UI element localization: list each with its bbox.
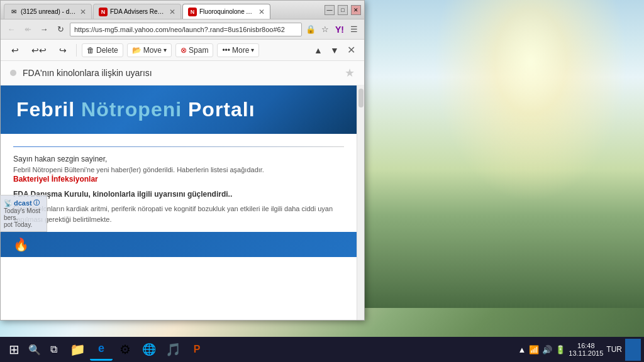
windows-logo-icon: ⊞ bbox=[9, 342, 19, 357]
bottom-banner: 🔥 bbox=[1, 232, 357, 257]
spam-icon: ⊗ bbox=[180, 46, 187, 55]
more-label: More bbox=[232, 46, 249, 55]
portal-banner: Febril Nötropeni Portalı bbox=[1, 85, 357, 134]
portal-title-part1: Febril bbox=[16, 98, 81, 121]
move-icon: 📂 bbox=[132, 46, 142, 55]
battery-icon[interactable]: 🔋 bbox=[555, 345, 565, 354]
delete-label: Delete bbox=[96, 46, 118, 55]
address-bar[interactable] bbox=[70, 23, 302, 36]
prev-email-button[interactable]: ▲ bbox=[311, 43, 325, 57]
lock-icon: 🔒 bbox=[304, 23, 317, 36]
system-clock[interactable]: 16:48 13.11.2015 bbox=[569, 342, 603, 357]
move-button[interactable]: 📂 Move ▾ bbox=[127, 43, 172, 57]
tab2-close[interactable]: ✕ bbox=[169, 8, 175, 16]
widget-item-2: pot Today. bbox=[4, 221, 43, 228]
email-area: FDA'nın kinolonlara ilişkin uyarısı ★ Fe… bbox=[1, 61, 364, 320]
clock-date: 13.11.2015 bbox=[569, 349, 603, 357]
star-button[interactable]: ★ bbox=[345, 66, 355, 80]
system-tray: ▲ 📶 🔊 🔋 bbox=[518, 345, 565, 354]
spam-button[interactable]: ⊗ Spam bbox=[175, 43, 213, 57]
maximize-button[interactable]: □ bbox=[338, 5, 348, 15]
back-back-button[interactable]: ↞ bbox=[21, 23, 35, 36]
start-button[interactable]: ⊞ bbox=[3, 339, 25, 361]
tab1-close[interactable]: ✕ bbox=[80, 8, 86, 16]
browser-tab-2[interactable]: N FDA Advisers Recommen ✕ bbox=[93, 4, 181, 19]
taskbar-apps: 📁 e ⚙ 🌐 🎵 P bbox=[66, 338, 208, 361]
taskbar-search-button[interactable]: 🔍 bbox=[25, 340, 44, 359]
settings-icon: ⚙ bbox=[119, 342, 131, 357]
navigation-bar: ← ↞ → ↻ 🔒 ☆ Y! ☰ bbox=[1, 19, 364, 40]
news-widget: 📡 dcast ⓘ Today's Most bers. pot Today. bbox=[0, 195, 47, 232]
browser-tab-1[interactable]: ✉ (3125 unread) - drhssayin ✕ bbox=[4, 4, 92, 19]
more-button[interactable]: ••• More ▾ bbox=[217, 43, 259, 57]
widget-title: 📡 dcast ⓘ bbox=[4, 199, 43, 207]
unread-indicator bbox=[10, 70, 16, 76]
powerpoint-app[interactable]: P bbox=[186, 338, 208, 361]
bookmark-icon[interactable]: ☆ bbox=[319, 23, 331, 36]
chrome-app[interactable]: 🌐 bbox=[138, 338, 160, 361]
info-icon: ⓘ bbox=[33, 199, 40, 207]
media-app[interactable]: 🎵 bbox=[162, 338, 184, 361]
menu-icon[interactable]: ☰ bbox=[348, 23, 360, 36]
task-view-button[interactable]: ⧉ bbox=[44, 340, 63, 359]
language-indicator[interactable]: TUR bbox=[606, 345, 622, 354]
spam-label: Spam bbox=[189, 46, 208, 55]
powerpoint-icon: P bbox=[194, 344, 201, 355]
back-button[interactable]: ← bbox=[4, 23, 18, 36]
email-intro: Febril Nötropeni Bülteni'ne yeni haber(l… bbox=[13, 166, 344, 173]
network-icon[interactable]: 📶 bbox=[529, 345, 539, 354]
browser-window: ✉ (3125 unread) - drhssayin ✕ N FDA Advi… bbox=[0, 0, 365, 321]
toolbar-nav: ▲ ▼ ✕ bbox=[311, 43, 358, 57]
desktop-wallpaper bbox=[361, 0, 644, 308]
chrome-icon: 🌐 bbox=[142, 343, 156, 356]
browser-tab-3[interactable]: N Fluoroquinolone Antibiotics ✕ bbox=[182, 4, 270, 19]
file-explorer-app[interactable]: 📁 bbox=[66, 338, 89, 361]
widget-title-text: dcast bbox=[14, 199, 32, 207]
delete-button[interactable]: 🗑 Delete bbox=[82, 43, 123, 57]
more-dropdown-arrow: ▾ bbox=[251, 47, 254, 53]
portal-title: Febril Nötropeni Portalı bbox=[16, 98, 341, 121]
search-icon: 🔍 bbox=[28, 344, 41, 356]
close-button[interactable]: ✕ bbox=[351, 5, 361, 15]
portal-title-part2: Nötropeni bbox=[81, 98, 188, 121]
tab3-favicon: N bbox=[188, 8, 197, 16]
minimize-button[interactable]: — bbox=[325, 5, 335, 15]
volume-icon[interactable]: 🔊 bbox=[542, 345, 552, 354]
settings-app[interactable]: ⚙ bbox=[114, 338, 136, 361]
forward-email-button[interactable]: ↪ bbox=[55, 43, 71, 57]
chevron-up-tray-icon[interactable]: ▲ bbox=[518, 345, 526, 354]
yahoo-icon[interactable]: Y! bbox=[333, 23, 346, 36]
refresh-button[interactable]: ↻ bbox=[53, 23, 67, 36]
move-label: Move bbox=[143, 46, 162, 55]
window-controls: — □ ✕ bbox=[325, 5, 361, 15]
email-greeting: Sayın hakan sezgin sayiner, bbox=[13, 155, 344, 163]
email-separator bbox=[13, 146, 344, 147]
tabs-container: ✉ (3125 unread) - drhssayin ✕ N FDA Advi… bbox=[4, 1, 325, 19]
close-email-button[interactable]: ✕ bbox=[344, 43, 358, 57]
email-body-paragraph: Florokinolonların kardiak aritmi, perife… bbox=[13, 204, 344, 224]
broadcast-icon: 📡 bbox=[4, 199, 13, 207]
tab2-label: FDA Advisers Recommen bbox=[110, 8, 167, 15]
email-subject: FDA'nın kinolonlara ilişkin uyarısı bbox=[23, 68, 345, 78]
email-main-heading: FDA Danışma Kurulu, kinolonlarla ilgili … bbox=[13, 190, 344, 199]
edge-browser-app[interactable]: e bbox=[90, 338, 113, 361]
separator-1 bbox=[76, 44, 77, 57]
scrollbar-thumb[interactable] bbox=[358, 89, 364, 107]
reply-back-button[interactable]: ↩ bbox=[7, 43, 23, 57]
tab3-close[interactable]: ✕ bbox=[258, 8, 265, 16]
email-body: Febril Nötropeni Portalı Sayın hakan sez… bbox=[1, 85, 364, 320]
nav-icons: 🔒 ☆ Y! ☰ bbox=[304, 23, 360, 36]
email-category: Bakteriyel İnfeksiyonlar bbox=[13, 175, 344, 184]
show-desktop-button[interactable] bbox=[625, 339, 641, 361]
media-icon: 🎵 bbox=[165, 342, 181, 357]
flame-icon: 🔥 bbox=[13, 237, 29, 252]
tab1-favicon: ✉ bbox=[9, 8, 18, 16]
email-scrollbar[interactable] bbox=[357, 85, 364, 320]
browser-title-bar: ✉ (3125 unread) - drhssayin ✕ N FDA Advi… bbox=[1, 1, 364, 19]
trash-icon: 🗑 bbox=[87, 46, 94, 55]
forward-button[interactable]: → bbox=[37, 23, 51, 36]
move-dropdown-arrow: ▾ bbox=[164, 47, 167, 53]
next-email-button[interactable]: ▼ bbox=[328, 43, 341, 57]
reply-all-button[interactable]: ↩↩ bbox=[27, 43, 51, 57]
widget-subtitle: Today's Most bbox=[4, 207, 43, 214]
